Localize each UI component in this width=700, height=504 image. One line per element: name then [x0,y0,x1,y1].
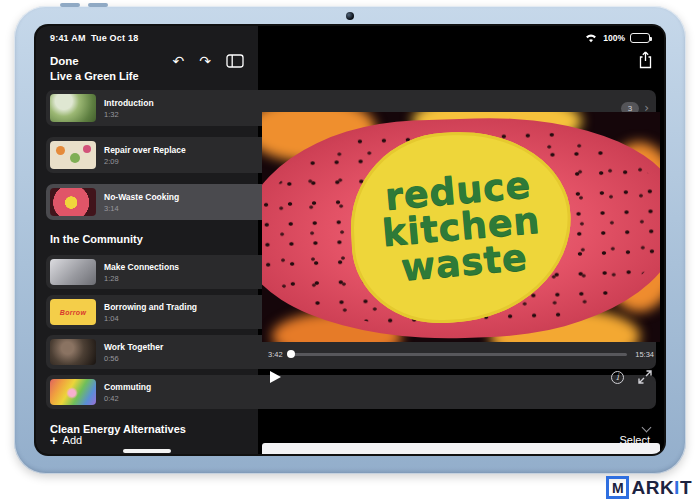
scrubber-track[interactable] [291,353,628,356]
player-area: reduce kitchen waste 3:42 15:34 [258,26,664,454]
current-time: 3:42 [268,350,283,359]
redo-icon[interactable]: ↷ [199,54,211,68]
playback-timeline: 3:42 15:34 [268,348,654,360]
status-bar: 9:41 AM Tue Oct 18 100% [36,26,664,48]
play-button[interactable] [270,371,281,383]
player-controls: i [270,366,652,388]
clip-thumbnail [50,188,96,216]
edit-toolbar: Done ↶ ↷ [36,48,258,74]
toolbar-icons: ↶ ↷ [173,54,244,68]
title-line-3: waste [400,240,529,287]
status-indicators: 100% [584,29,650,47]
content-strip [262,443,660,454]
fullscreen-icon[interactable] [638,370,652,384]
date-text: Tue Oct 18 [91,33,138,43]
clip-thumbnail [50,379,96,405]
ipad-device: 9:41 AM Tue Oct 18 100% Done [14,6,686,474]
clock-text: 9:41 AM [50,33,86,43]
done-button[interactable]: Done [50,55,79,67]
volume-up-button [60,3,80,7]
battery-icon [630,33,650,43]
total-time: 15:34 [635,350,654,359]
title-card-blob: reduce kitchen waste [346,126,576,327]
clip-thumbnail [50,141,96,169]
front-camera [346,12,354,20]
thumbnail-text: Borrow [60,309,86,316]
wifi-icon [584,29,598,47]
watermark-text: ARK [631,477,674,499]
clip-thumbnail [50,94,96,122]
watermark-logo-box: M [606,476,629,499]
storyboard-icon[interactable] [226,54,244,68]
clip-thumbnail [50,339,96,365]
undo-icon[interactable]: ↶ [173,54,185,68]
add-button[interactable]: + Add [50,434,82,447]
video-viewer[interactable]: reduce kitchen waste [262,112,660,342]
page: 9:41 AM Tue Oct 18 100% Done [0,0,700,504]
add-label: Add [63,434,83,446]
clip-thumbnail: Borrow [50,299,96,325]
section-title: In the Community [50,233,143,245]
volume-down-button [88,3,108,7]
plus-icon: + [50,434,58,447]
markit-watermark: M ARK I T [606,476,692,499]
share-icon[interactable] [638,51,653,73]
watermark-text: T [680,477,692,499]
home-indicator[interactable] [123,449,171,453]
info-icon[interactable]: i [611,371,624,384]
status-time-date: 9:41 AM Tue Oct 18 [50,33,138,43]
clip-thumbnail [50,259,96,285]
video-title-text: reduce kitchen waste [343,123,579,331]
battery-percent: 100% [603,33,625,43]
screen: 9:41 AM Tue Oct 18 100% Done [36,26,664,454]
